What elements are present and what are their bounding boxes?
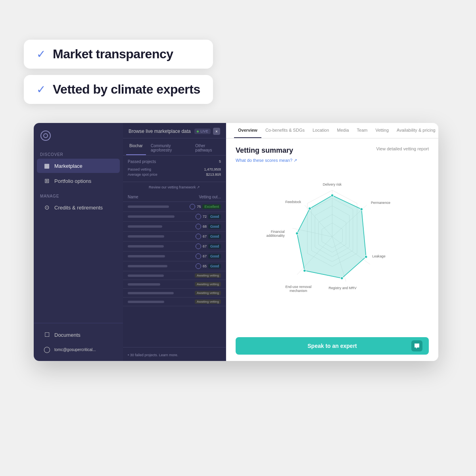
score-label: Awaiting vetting xyxy=(195,291,221,295)
score-icon xyxy=(196,244,201,249)
passed-vetting-label: Passed vetting xyxy=(128,167,151,171)
svg-point-0 xyxy=(41,131,50,140)
table-row: Awaiting vetting xyxy=(123,280,226,289)
vetting-score: 68 Good xyxy=(196,224,221,229)
section-label-discover: Discover xyxy=(34,147,123,158)
dot-feedstock xyxy=(308,207,311,210)
tab-cobenefits[interactable]: Co-benefits & SDGs xyxy=(261,123,309,138)
score-icon xyxy=(196,263,201,269)
dot-delivery-risk xyxy=(331,194,334,197)
badge-container: ✓ Market transparency ✓ Vetted by climat… xyxy=(24,40,213,104)
portfolio-icon: ⊞ xyxy=(43,177,50,184)
radar-container: Delivery risk Permanence Leakage Registr… xyxy=(236,169,429,304)
table-row: Awaiting vetting xyxy=(123,289,226,298)
label-registry: Registry and MRV xyxy=(328,286,357,290)
row-name-bar xyxy=(128,265,167,267)
tab-other[interactable]: Other pathways xyxy=(192,142,223,155)
speak-to-expert-button[interactable]: Speak to an expert xyxy=(236,337,429,355)
sidebar-item-portfolio[interactable]: ⊞ Portfolio options xyxy=(37,174,120,188)
score-num: 72 xyxy=(203,215,207,219)
svg-point-1 xyxy=(44,134,48,138)
score-label: Good xyxy=(208,224,221,229)
table-row: 67 Good xyxy=(123,232,226,242)
close-button[interactable]: × xyxy=(213,128,220,135)
right-tabs: OverviewCo-benefits & SDGsLocationMediaT… xyxy=(226,123,438,138)
row-name-bar xyxy=(128,292,174,294)
documents-icon: ☐ xyxy=(43,331,50,338)
vetting-score: 72 Good xyxy=(196,214,221,219)
sidebar-item-label-marketplace: Marketplace xyxy=(54,163,83,169)
row-name-bar xyxy=(128,215,175,218)
score-num: 67 xyxy=(203,254,207,258)
live-dot xyxy=(197,131,199,132)
failed-text: • 30 failed projects. Learn more. xyxy=(128,353,178,357)
panel-header-title: Browse live marketplace data xyxy=(129,129,191,134)
live-badge: LIVE xyxy=(194,129,211,134)
marketplace-icon: ▦ xyxy=(43,162,50,169)
vetting-title: Vetting summary xyxy=(236,146,293,155)
table-row: 75 Excellent xyxy=(123,202,226,212)
row-name-bar xyxy=(128,255,165,257)
score-label: Good xyxy=(208,234,221,239)
vetting-score: 67 Good xyxy=(196,253,221,259)
sidebar: Discover ▦ Marketplace ⊞ Portfolio optio… xyxy=(34,123,123,361)
row-name-bar xyxy=(128,235,164,238)
score-label: Good xyxy=(208,214,221,219)
score-icon xyxy=(190,204,195,209)
badge-text-1: Market transparency xyxy=(53,47,173,61)
stats-box: Passed projects 5 Passed vetting 1,470,9… xyxy=(123,155,226,182)
vetting-header: Vetting summary View detailed vetting re… xyxy=(236,146,429,155)
row-name-bar xyxy=(128,283,160,286)
row-name-bar xyxy=(128,205,169,208)
label-leakage: Leakage xyxy=(372,254,386,258)
sidebar-item-label-portfolio: Portfolio options xyxy=(54,178,91,184)
score-label: Good xyxy=(208,254,221,259)
sidebar-item-user[interactable]: ◯ tomc@gosupercritical... xyxy=(37,342,120,357)
table-row: Awaiting vetting xyxy=(123,271,226,280)
sidebar-bottom: ☐ Documents ◯ tomc@gosupercritical... xyxy=(34,323,123,361)
score-num: 65 xyxy=(203,264,207,268)
tab-availability[interactable]: Availability & pricing xyxy=(393,123,438,138)
score-num: 75 xyxy=(197,205,201,209)
score-label: Excellent xyxy=(202,204,221,209)
badge-vetted-experts: ✓ Vetted by climate experts xyxy=(24,75,213,104)
tab-vetting[interactable]: Vetting xyxy=(371,123,393,138)
sidebar-item-marketplace[interactable]: ▦ Marketplace xyxy=(37,159,120,173)
tab-overview[interactable]: Overview xyxy=(234,123,261,138)
sidebar-item-documents[interactable]: ☐ Documents xyxy=(37,328,120,342)
tab-team[interactable]: Team xyxy=(353,123,372,138)
score-icon xyxy=(196,253,201,259)
view-report-link[interactable]: View detailed vetting report xyxy=(376,146,429,151)
score-num: 68 xyxy=(203,225,207,228)
score-label: Awaiting vetting xyxy=(195,273,221,278)
dot-registry xyxy=(340,277,343,280)
dot-enduse xyxy=(303,269,306,272)
row-name-bar xyxy=(128,225,162,228)
vetting-score: 67 Good xyxy=(196,234,221,239)
table-row: 67 Good xyxy=(123,242,226,251)
score-label: Awaiting vetting xyxy=(195,299,221,304)
sidebar-item-credits[interactable]: ⊙ Credits & retirements xyxy=(37,200,120,215)
table-row: 68 Good xyxy=(123,222,226,232)
tab-location[interactable]: Location xyxy=(309,123,333,138)
sidebar-logo xyxy=(34,123,123,147)
panel-footer: • 30 failed projects. Learn more. xyxy=(123,347,226,361)
framework-link[interactable]: Review our vetting framework ↗ xyxy=(123,182,226,192)
label-feedstock: Feedstock xyxy=(285,200,301,204)
score-num: 67 xyxy=(203,244,207,248)
sidebar-user-label: tomc@gosupercritical... xyxy=(54,347,96,352)
avg-price-label: Average spot price xyxy=(128,173,157,177)
section-label-manage: Manage xyxy=(34,188,123,200)
passed-vetting-value: 1,470,950t xyxy=(204,167,221,171)
badge-text-2: Vetted by climate experts xyxy=(53,82,200,97)
table-rows: 75 Excellent 72 Good 68 Good 67 Good xyxy=(123,202,226,347)
panel-header: Browse live marketplace data LIVE × xyxy=(123,123,226,138)
tab-community[interactable]: Community agroforestry xyxy=(148,142,190,155)
tab-media[interactable]: Media xyxy=(333,123,353,138)
check-icon-2: ✓ xyxy=(36,83,46,96)
row-name-bar xyxy=(128,274,164,277)
row-name-bar xyxy=(128,245,164,248)
tab-biochar[interactable]: Biochar xyxy=(126,142,146,155)
vetting-score: 67 Good xyxy=(196,244,221,249)
dot-financial xyxy=(296,232,298,235)
